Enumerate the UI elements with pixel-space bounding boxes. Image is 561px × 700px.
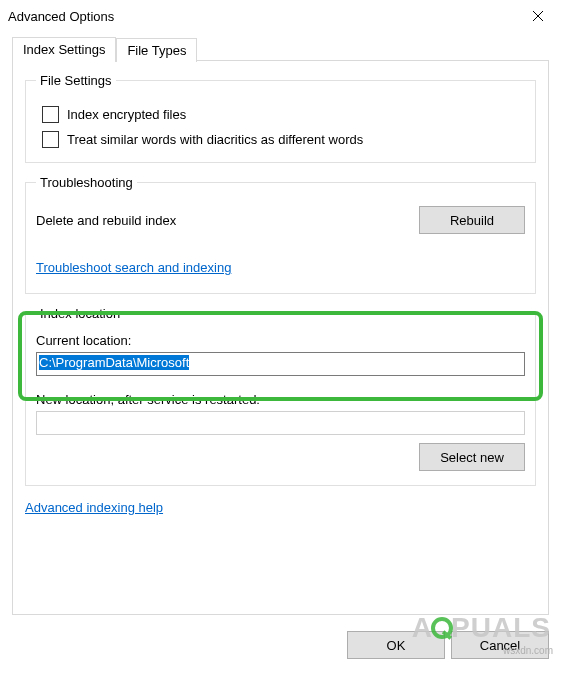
window-title: Advanced Options [8,9,114,24]
new-location-field[interactable] [36,411,525,435]
dialog-content: Index Settings File Types File Settings … [0,32,561,623]
tab-panel: File Settings Index encrypted files Trea… [12,60,549,615]
ok-button[interactable]: OK [347,631,445,659]
title-bar: Advanced Options [0,0,561,32]
troubleshoot-link[interactable]: Troubleshoot search and indexing [36,260,231,275]
row-treat-diacritics: Treat similar words with diacritics as d… [42,131,525,148]
row-advanced-help: Advanced indexing help [25,500,536,515]
dialog-button-row: OK Cancel [0,623,561,669]
select-new-button[interactable]: Select new [419,443,525,471]
label-current-location: Current location: [36,333,525,348]
group-file-settings: File Settings Index encrypted files Trea… [25,73,536,163]
troubleshooting-legend: Troubleshooting [36,175,137,190]
index-location-legend: Index location [36,306,124,321]
row-troubleshoot-link: Troubleshoot search and indexing [36,260,525,275]
label-treat-diacritics: Treat similar words with diacritics as d… [67,132,363,147]
tab-index-settings[interactable]: Index Settings [12,37,116,62]
advanced-help-link[interactable]: Advanced indexing help [25,500,163,515]
group-index-location: Index location Current location: C:\Prog… [25,306,536,486]
label-index-encrypted: Index encrypted files [67,107,186,122]
rebuild-button[interactable]: Rebuild [419,206,525,234]
current-location-field[interactable]: C:\ProgramData\Microsoft [36,352,525,376]
label-new-location: New location, after service is restarted… [36,392,525,407]
tab-strip: Index Settings File Types [12,37,549,61]
label-delete-rebuild: Delete and rebuild index [36,213,176,228]
cancel-button[interactable]: Cancel [451,631,549,659]
row-index-encrypted: Index encrypted files [42,106,525,123]
group-troubleshooting: Troubleshooting Delete and rebuild index… [25,175,536,294]
tab-file-types[interactable]: File Types [116,38,197,62]
current-location-value: C:\ProgramData\Microsoft [39,355,189,370]
row-rebuild: Delete and rebuild index Rebuild [36,206,525,234]
checkbox-treat-diacritics[interactable] [42,131,59,148]
close-icon [532,10,544,22]
row-select-new: Select new [36,443,525,471]
checkbox-index-encrypted[interactable] [42,106,59,123]
file-settings-legend: File Settings [36,73,116,88]
close-button[interactable] [515,0,561,32]
